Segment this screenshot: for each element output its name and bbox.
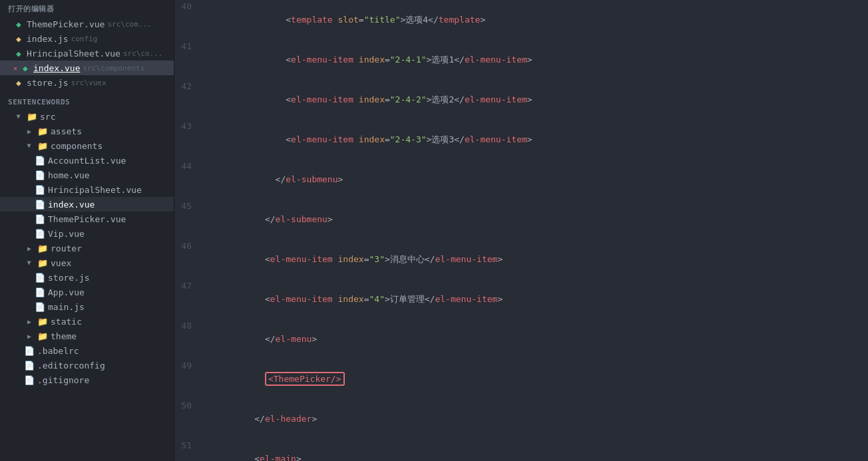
code-line-50: 50 </el-header> <box>174 399 868 439</box>
file-label: HrincipalSheet.vue <box>48 185 142 195</box>
arrow-icon: ▶ <box>24 333 35 340</box>
code-line-41: 41 <el-menu-item index="2-4-1">选项1</el-m… <box>174 40 868 80</box>
folder-icon: 📁 <box>37 331 48 341</box>
folder-label: theme <box>51 331 77 341</box>
open-file-name: store.js <box>27 78 69 88</box>
open-file-path: src\vuex <box>71 78 107 87</box>
file-label: Vip.vue <box>48 229 85 239</box>
code-content[interactable]: 40 <template slot="title">选项4</template>… <box>174 0 868 461</box>
folder-label: components <box>51 141 103 151</box>
open-file-hrincipalsheet[interactable]: ◆ HrincipalSheet.vue src\co... <box>0 46 174 61</box>
line-code: </el-submenu> <box>202 160 868 200</box>
folder-label: assets <box>51 126 82 136</box>
line-number: 40 <box>174 0 202 13</box>
code-line-47: 47 <el-menu-item index="4">订单管理</el-menu… <box>174 279 868 319</box>
file-label: home.vue <box>48 170 90 180</box>
file-icon: 📄 <box>35 287 45 297</box>
line-number: 43 <box>174 120 202 133</box>
line-number: 47 <box>174 279 202 293</box>
sidebar-section-title: 打开的编辑器 <box>0 0 174 17</box>
file-label: index.vue <box>48 200 95 210</box>
file-label: App.vue <box>48 287 85 297</box>
file-icon: 📄 <box>24 346 35 356</box>
code-line-46: 46 <el-menu-item index="3">消息中心</el-menu… <box>174 239 868 279</box>
file-icon: 📄 <box>35 185 45 195</box>
tree-file-home[interactable]: 📄 home.vue <box>0 168 174 182</box>
file-label: .editorconfig <box>37 361 105 371</box>
tree-folder-src[interactable]: ▶ 📁 src <box>0 109 174 124</box>
folder-icon: 📁 <box>37 141 48 151</box>
file-icon: 📄 <box>35 214 45 224</box>
file-icon: 📄 <box>24 375 35 385</box>
tree-file-appvue[interactable]: 📄 App.vue <box>0 285 174 299</box>
line-code: <el-menu-item index="2-4-2">选项2</el-menu… <box>202 80 868 120</box>
arrow-icon: ▶ <box>13 113 24 120</box>
open-file-themepicker[interactable]: ◆ ThemePicker.vue src\com... <box>0 17 174 31</box>
folder-label: static <box>51 317 82 327</box>
tree-folder-static[interactable]: ▶ 📁 static <box>0 314 174 329</box>
open-file-path: src\com... <box>107 20 151 29</box>
folder-icon: 📁 <box>37 317 48 327</box>
open-file-indexvue[interactable]: ✕ ◆ index.vue src\components <box>0 61 174 75</box>
folder-label: src <box>40 112 55 122</box>
tree-file-editorconfig[interactable]: 📄 .editorconfig <box>0 358 174 373</box>
file-icon: 📄 <box>35 273 45 283</box>
line-code: </el-submenu> <box>202 200 868 239</box>
open-file-path: config <box>71 35 98 43</box>
file-label: store.js <box>48 273 90 283</box>
file-icon: 📄 <box>24 361 35 371</box>
tree-folder-theme[interactable]: ▶ 📁 theme <box>0 329 174 343</box>
file-label: .babelrc <box>37 346 79 356</box>
open-file-name: index.vue <box>33 63 80 73</box>
file-label: ThemePicker.vue <box>48 214 126 224</box>
line-number: 45 <box>174 200 202 213</box>
tree-folder-assets[interactable]: ▶ 📁 assets <box>0 124 174 138</box>
arrow-icon: ▶ <box>24 259 35 267</box>
sidebar: 打开的编辑器 ◆ ThemePicker.vue src\com... ◆ in… <box>0 0 174 461</box>
open-file-name: ThemePicker.vue <box>27 19 105 29</box>
tree-file-hrincipalsheet[interactable]: 📄 HrincipalSheet.vue <box>0 182 174 197</box>
code-line-40: 40 <template slot="title">选项4</template> <box>174 0 868 40</box>
tree-folder-vuex[interactable]: ▶ 📁 vuex <box>0 255 174 270</box>
open-file-indexjs[interactable]: ◆ index.js config <box>0 31 174 46</box>
arrow-icon: ▶ <box>24 142 35 150</box>
line-number: 51 <box>174 439 202 452</box>
line-number: 42 <box>174 80 202 93</box>
tree-folder-components[interactable]: ▶ 📁 components <box>0 138 174 153</box>
file-icon-vue: ◆ <box>13 49 24 59</box>
file-label: AccountList.vue <box>48 156 126 166</box>
open-file-storejs[interactable]: ◆ store.js src\vuex <box>0 75 174 90</box>
tree-file-accountlist[interactable]: 📄 AccountList.vue <box>0 153 174 168</box>
tree-file-babelrc[interactable]: 📄 .babelrc <box>0 343 174 358</box>
line-code: <el-menu-item index="4">订单管理</el-menu-it… <box>202 279 868 319</box>
file-icon: ◆ <box>13 19 24 29</box>
tree-file-mainjs[interactable]: 📄 main.js <box>0 299 174 314</box>
file-icon: 📄 <box>35 156 45 166</box>
line-code: <template slot="title">选项4</template> <box>202 0 868 40</box>
folder-label: vuex <box>51 258 71 268</box>
file-icon: 📄 <box>35 170 45 180</box>
tree-file-gitignore[interactable]: 📄 .gitignore <box>0 373 174 387</box>
line-number: 41 <box>174 40 202 53</box>
highlighted-themepicker-tag: <ThemePicker/> <box>265 372 345 386</box>
line-code: </el-header> <box>202 399 868 439</box>
code-line-48: 48 </el-menu> <box>174 319 868 359</box>
code-line-44: 44 </el-submenu> <box>174 160 868 200</box>
tree-folder-router[interactable]: ▶ 📁 router <box>0 241 174 255</box>
tree-file-indexvue[interactable]: 📄 index.vue <box>0 197 174 212</box>
arrow-icon: ▶ <box>24 318 35 325</box>
open-file-name: HrincipalSheet.vue <box>27 49 120 59</box>
line-code: <el-menu-item index="2-4-3">选项3</el-menu… <box>202 120 868 160</box>
tree-file-storejs[interactable]: 📄 store.js <box>0 270 174 285</box>
line-code: <el-menu-item index="3">消息中心</el-menu-it… <box>202 239 868 279</box>
line-number: 50 <box>174 399 202 412</box>
close-icon[interactable]: ✕ <box>13 65 17 72</box>
code-line-42: 42 <el-menu-item index="2-4-2">选项2</el-m… <box>174 80 868 120</box>
file-icon: 📄 <box>35 229 45 239</box>
line-code: <el-main> <box>202 439 868 461</box>
folder-icon: 📁 <box>27 112 37 122</box>
open-file-path: src\co... <box>123 49 163 58</box>
folder-icon: 📁 <box>37 126 48 136</box>
tree-file-themepicker[interactable]: 📄 ThemePicker.vue <box>0 212 174 226</box>
tree-file-vip[interactable]: 📄 Vip.vue <box>0 226 174 241</box>
